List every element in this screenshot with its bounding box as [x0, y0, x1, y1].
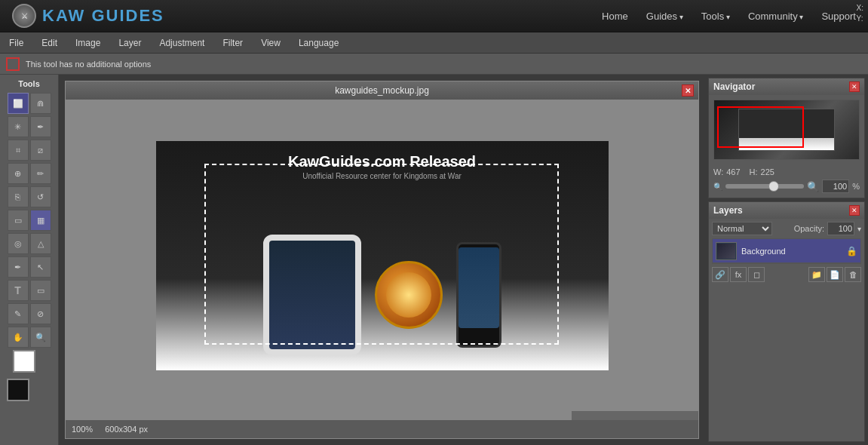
- tool-row-2: ✳ ✒: [8, 116, 51, 137]
- menu-layer[interactable]: Layer: [115, 36, 144, 50]
- layer-row[interactable]: Background 🔒: [713, 239, 860, 263]
- nav-links: Home Guides Tools Community Support: [602, 11, 856, 22]
- tool-eyedropper[interactable]: ✒: [30, 116, 51, 137]
- nav-support[interactable]: Support: [821, 11, 856, 22]
- nav-w-label: W:: [713, 167, 723, 176]
- zoom-slider[interactable]: [725, 184, 804, 189]
- menu-view[interactable]: View: [258, 36, 284, 50]
- nav-tools[interactable]: Tools: [701, 11, 730, 22]
- nav-guides[interactable]: Guides: [646, 11, 683, 22]
- tool-dodge[interactable]: △: [30, 233, 51, 254]
- tool-row-5: ⎘ ↺: [8, 186, 51, 207]
- background-color-swatch[interactable]: [13, 350, 35, 373]
- zoom-in-icon[interactable]: 🔍: [807, 181, 819, 192]
- canvas-scrollbar-thumb[interactable]: [66, 411, 572, 420]
- options-bar: This tool has no additional options: [0, 54, 868, 75]
- layers-close-button[interactable]: ✕: [849, 205, 860, 216]
- tool-crop[interactable]: ⌗: [8, 140, 29, 161]
- layer-thumb-image: [717, 244, 735, 259]
- navigator-thumbnail[interactable]: [713, 100, 860, 160]
- canvas-close-button[interactable]: ✕: [682, 84, 694, 97]
- phone-screen: [459, 247, 499, 328]
- tool-row-1: ⬜ ⋒: [8, 93, 51, 114]
- tool-row-4: ⊕ ✏: [8, 163, 51, 184]
- tool-eraser[interactable]: ▭: [8, 210, 29, 231]
- nav-w-value: 467: [726, 167, 740, 176]
- tool-slice[interactable]: ⧄: [30, 140, 51, 161]
- nav-h-value: 225: [761, 167, 774, 176]
- tool-row-7: ◎ △: [8, 233, 51, 254]
- tool-zoom[interactable]: 🔍: [30, 327, 51, 348]
- menu-image[interactable]: Image: [72, 36, 103, 50]
- tool-blur[interactable]: ◎: [8, 233, 29, 254]
- nav-home[interactable]: Home: [602, 11, 628, 22]
- tool-brush[interactable]: ✏: [30, 163, 51, 184]
- canvas-title: kawguides_mockup.jpg: [82, 85, 682, 96]
- navigator-title: Navigator: [713, 81, 755, 92]
- menu-bar: File Edit Image Layer Adjustment Filter …: [0, 32, 868, 54]
- layers-action-group-left: 🔗 fx ◻: [712, 267, 765, 282]
- tablet-screen: [269, 241, 355, 349]
- tool-row-9: T ▭: [8, 280, 51, 301]
- menu-file[interactable]: File: [6, 36, 26, 50]
- tool-row-3: ⌗ ⧄: [8, 140, 51, 161]
- tool-lasso[interactable]: ⋒: [30, 93, 51, 114]
- mockup-subtitle: Unofficial Resource center for Kingdoms …: [156, 172, 609, 180]
- layers-opacity-input[interactable]: [827, 222, 854, 235]
- emblem-shape: [375, 261, 443, 329]
- navigator-close-button[interactable]: ✕: [849, 81, 860, 92]
- tool-history[interactable]: ↺: [30, 186, 51, 207]
- layers-blend-mode-select[interactable]: NormalDissolveMultiplyScreen: [712, 222, 772, 235]
- nav-thumb-image: [714, 100, 859, 159]
- tool-gradient[interactable]: ▦: [30, 210, 51, 231]
- zoom-input[interactable]: [822, 180, 849, 193]
- nav-community[interactable]: Community: [748, 11, 804, 22]
- canvas-horizontal-scrollbar[interactable]: [66, 411, 698, 420]
- logo-text: KAW GUIDES: [42, 6, 164, 26]
- layer-link-button[interactable]: 🔗: [712, 267, 728, 282]
- tool-magic-wand[interactable]: ✳: [8, 116, 29, 137]
- layers-action-group-right: 📁 📄 🗑: [808, 267, 861, 282]
- layer-mask-button[interactable]: ◻: [748, 267, 765, 282]
- mockup-header: KawGuides.com Released Unofficial Resour…: [156, 153, 609, 180]
- tool-path[interactable]: ↖: [30, 256, 51, 278]
- menu-edit[interactable]: Edit: [38, 36, 60, 50]
- layer-new-layer-button[interactable]: 📄: [827, 267, 843, 282]
- layer-delete-button[interactable]: 🗑: [845, 267, 861, 282]
- menu-adjustment[interactable]: Adjustment: [156, 36, 207, 50]
- tool-row-6: ▭ ▦: [8, 210, 51, 231]
- navigator-coordinates: X: Y:: [857, 3, 863, 24]
- navigator-titlebar: Navigator ✕: [709, 78, 864, 95]
- canvas-window: kawguides_mockup.jpg ✕ KawGuides.com Rel…: [65, 81, 699, 439]
- emblem-inner: [386, 272, 431, 318]
- tool-hand[interactable]: ✋: [8, 327, 29, 348]
- zoom-percent-label: %: [852, 182, 860, 191]
- menu-filter[interactable]: Filter: [219, 36, 246, 50]
- tool-type[interactable]: T: [8, 280, 29, 301]
- layer-name: Background: [741, 247, 842, 256]
- layer-new-group-button[interactable]: 📁: [808, 267, 825, 282]
- layer-fx-button[interactable]: fx: [730, 267, 747, 282]
- layers-controls: NormalDissolveMultiplyScreen Opacity: ▾: [712, 222, 861, 235]
- main-area: Tools ⬜ ⋒ ✳ ✒ ⌗ ⧄ ⊕ ✏ ⎘ ↺ ▭ ▦: [0, 75, 868, 445]
- top-navigation: ⚔ KAW GUIDES Home Guides Tools Community…: [0, 0, 868, 32]
- tool-shape[interactable]: ▭: [30, 280, 51, 301]
- layers-titlebar: Layers ✕: [709, 202, 864, 219]
- tool-marquee[interactable]: ⬜: [8, 93, 29, 114]
- canvas-dimensions: 600x304 px: [105, 425, 148, 434]
- tool-measure[interactable]: ⊘: [30, 303, 51, 324]
- tool-clone[interactable]: ⎘: [8, 186, 29, 207]
- foreground-color-swatch[interactable]: [7, 379, 29, 401]
- tools-title: Tools: [3, 79, 55, 88]
- tool-healing[interactable]: ⊕: [8, 163, 29, 184]
- zoom-slider-thumb[interactable]: [768, 181, 779, 192]
- mockup-container: KawGuides.com Released Unofficial Resour…: [156, 141, 609, 370]
- canvas-content[interactable]: KawGuides.com Released Unofficial Resour…: [66, 100, 698, 411]
- device-emblem: [367, 250, 450, 340]
- menu-language[interactable]: Language: [296, 36, 342, 50]
- tool-notes[interactable]: ✎: [8, 303, 29, 324]
- layers-opacity-dropdown[interactable]: ▾: [857, 225, 861, 233]
- zoom-out-icon[interactable]: 🔍: [713, 183, 722, 191]
- tool-pen[interactable]: ✒: [8, 256, 29, 278]
- device-phone: [456, 242, 501, 348]
